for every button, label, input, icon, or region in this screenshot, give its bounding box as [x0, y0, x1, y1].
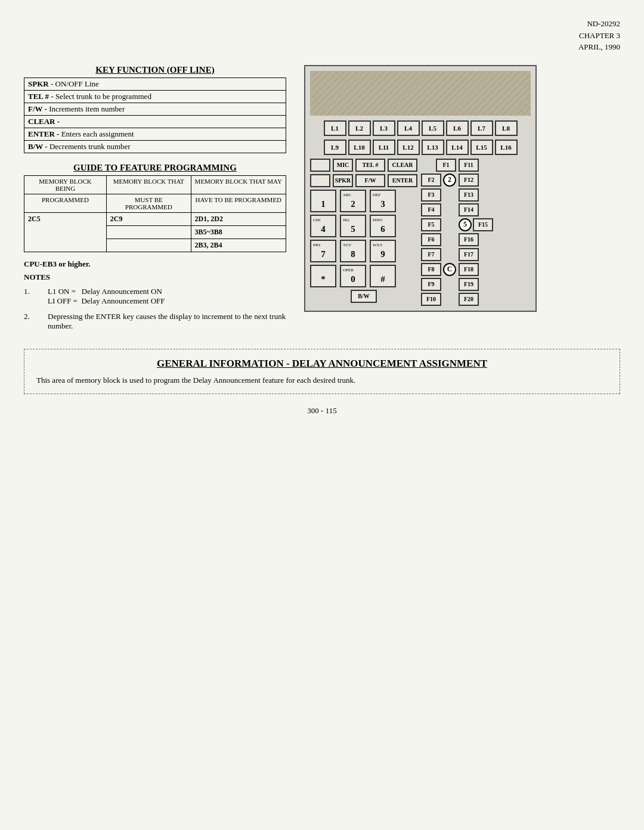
f6-row: F6 — [421, 233, 456, 246]
f12-button[interactable]: F12 — [459, 174, 479, 187]
memory-block-2c9: 2C9 — [106, 212, 191, 225]
line-key-l12[interactable]: L12 — [397, 140, 420, 155]
col-header-3b: HAVE TO BE PROGRAMMED — [191, 194, 286, 212]
key-8[interactable]: TUV 8 — [340, 240, 366, 262]
circle-2: 2 — [443, 174, 456, 187]
cpu-note: CPU-EB3 or higher. — [24, 259, 286, 269]
f17-button[interactable]: F17 — [459, 248, 479, 261]
f15-row: 5 F15 — [459, 218, 493, 231]
clear-button[interactable]: CLEAR — [388, 159, 417, 172]
guide-table: MEMORY BLOCK BEING MEMORY BLOCK THAT MEM… — [24, 175, 286, 252]
page: ND-20292 CHAPTER 3 APRIL, 1990 KEY FUNCT… — [0, 0, 644, 830]
mic-button[interactable]: MIC — [333, 159, 353, 172]
line-key-l3[interactable]: L3 — [373, 120, 395, 136]
note-1-text: L1 ON = Delay Announcement ON LI OFF = D… — [36, 287, 286, 306]
spkr-button[interactable]: SPKR — [333, 174, 353, 187]
f3-row: F3 — [421, 188, 456, 202]
panel-right: F1 F2 2 F3 F4 — [421, 159, 493, 306]
line-key-l16[interactable]: L16 — [495, 140, 518, 155]
header-line1: ND-20292 — [24, 18, 620, 30]
key-2-digit: 2 — [351, 199, 355, 209]
line-key-l10[interactable]: L10 — [348, 140, 371, 155]
f5-button[interactable]: F5 — [421, 218, 441, 231]
header: ND-20292 CHAPTER 3 APRIL, 1990 — [24, 18, 620, 53]
key-6-digit: 6 — [380, 224, 385, 234]
key-spkr: SPKR - ON/OFF Line — [24, 78, 286, 90]
key-7[interactable]: PRS 7 — [310, 240, 336, 262]
f8-button[interactable]: F8 — [421, 263, 441, 276]
line-key-l2[interactable]: L2 — [348, 120, 371, 136]
key-clear: CLEAR - — [24, 115, 286, 128]
f4-row: F4 — [421, 203, 456, 216]
bw-button[interactable]: B/W — [351, 290, 377, 303]
phone-panel: L1 L2 L3 L4 L5 L6 L7 L8 L9 L10 L11 L12 L… — [304, 65, 537, 312]
f3-button[interactable]: F3 — [421, 188, 441, 202]
table-row: TEL # - Select trunk to be programmed — [24, 90, 286, 103]
key-3[interactable]: DEF 3 — [370, 190, 396, 212]
line-key-l7[interactable]: L7 — [470, 120, 493, 136]
line-key-l5[interactable]: L5 — [422, 120, 444, 136]
f15-button[interactable]: F15 — [473, 218, 493, 231]
key-6[interactable]: MNO 6 — [370, 215, 396, 237]
table-row: ENTER - Enters each assignment — [24, 128, 286, 140]
spkr-fw-enter-row: SPKR F/W ENTER — [310, 174, 417, 187]
f19-button[interactable]: F19 — [459, 278, 479, 291]
key-4-digit: 4 — [321, 224, 326, 234]
f1-button[interactable]: F1 — [436, 159, 456, 172]
line-key-l1[interactable]: L1 — [324, 120, 346, 136]
empty-button-1 — [310, 159, 330, 172]
line-key-l11[interactable]: L11 — [373, 140, 395, 155]
line-key-l8[interactable]: L8 — [495, 120, 518, 136]
key-hash-digit: # — [380, 274, 385, 284]
f16-button[interactable]: F16 — [459, 233, 479, 246]
table-row: MEMORY BLOCK BEING MEMORY BLOCK THAT MEM… — [24, 175, 286, 194]
line-row-1: L1 L2 L3 L4 L5 L6 L7 L8 — [310, 120, 531, 136]
fw-button[interactable]: F/W — [355, 174, 385, 187]
key-4-letters: GHI — [313, 218, 320, 222]
line-key-l13[interactable]: L13 — [422, 140, 444, 155]
line-key-l9[interactable]: L9 — [324, 140, 346, 155]
line-key-l14[interactable]: L14 — [446, 140, 469, 155]
key-1[interactable]: 1 — [310, 190, 336, 212]
f13-button[interactable]: F13 — [459, 188, 479, 202]
key-9-letters: WXY — [373, 243, 383, 247]
f20-button[interactable]: F20 — [459, 293, 479, 306]
line-key-l4[interactable]: L4 — [397, 120, 420, 136]
f7-button[interactable]: F7 — [421, 248, 441, 261]
col-header-2: MEMORY BLOCK THAT — [106, 175, 191, 194]
panel-display — [310, 71, 531, 116]
key-1-digit: 1 — [321, 199, 326, 209]
f10-button[interactable]: F10 — [421, 293, 441, 306]
key-2[interactable]: ABC 2 — [340, 190, 366, 212]
f9-button[interactable]: F9 — [421, 278, 441, 291]
table-row: CLEAR - — [24, 115, 286, 128]
key-0[interactable]: OPER 0 — [340, 265, 366, 287]
f4-button[interactable]: F4 — [421, 203, 441, 216]
key-star-digit: * — [321, 274, 326, 284]
general-info-box: GENERAL INFORMATION - DELAY ANNOUNCEMENT… — [24, 349, 620, 394]
key-5[interactable]: JKL 5 — [340, 215, 366, 237]
f6-button[interactable]: F6 — [421, 233, 441, 246]
f14-button[interactable]: F14 — [459, 203, 479, 216]
f7-row: F7 — [421, 248, 456, 261]
key-bw-label: B/W - — [28, 142, 48, 151]
key-star[interactable]: * — [310, 265, 336, 287]
enter-button[interactable]: ENTER — [388, 174, 417, 187]
tel-hash-button[interactable]: TEL # — [355, 159, 385, 172]
table-row: 2C5 2C9 2D1, 2D2 — [24, 212, 286, 225]
f2-button[interactable]: F2 — [421, 174, 441, 187]
f18-button[interactable]: F18 — [459, 263, 479, 276]
line-row-2: L9 L10 L11 L12 L13 L14 L15 L16 — [310, 140, 531, 155]
line-key-l15[interactable]: L15 — [470, 140, 493, 155]
key-hash[interactable]: # — [370, 265, 396, 287]
line-key-l6[interactable]: L6 — [446, 120, 469, 136]
circle-c: C — [443, 263, 456, 276]
col-header-1: MEMORY BLOCK BEING — [24, 175, 107, 194]
key-9-digit: 9 — [380, 249, 385, 259]
f11-button[interactable]: F11 — [459, 159, 479, 172]
key-4[interactable]: GHI 4 — [310, 215, 336, 237]
key-9[interactable]: WXY 9 — [370, 240, 396, 262]
gen-info-text: This area of memory block is used to pro… — [36, 376, 608, 385]
note-2: 2. Depressing the ENTER key causes the d… — [24, 312, 286, 331]
empty-cell — [106, 225, 191, 239]
